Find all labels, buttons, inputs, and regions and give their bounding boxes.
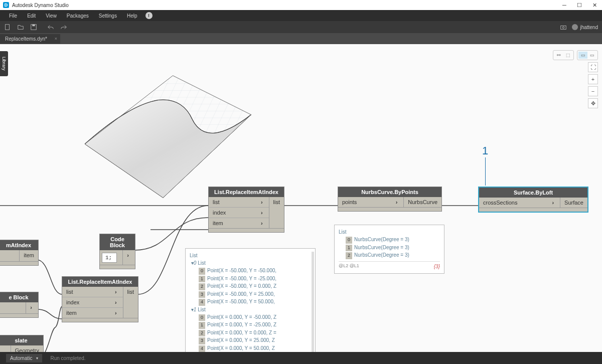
zoom-controls: ⛶ + − ✥ <box>588 62 598 108</box>
user-name: jhattend <box>580 25 598 30</box>
pan-button[interactable]: ✥ <box>588 98 598 108</box>
library-panel-toggle[interactable]: Library <box>0 51 8 76</box>
file-tab-bar: ReplaceItems.dyn* × <box>0 33 602 44</box>
node-title: mAtIndex <box>0 240 38 250</box>
viewport-3d-icon[interactable]: ⬚ <box>563 52 572 59</box>
watch-count: {3} <box>434 263 440 270</box>
node-item-at-index-partial[interactable]: mAtIndex item <box>0 240 39 266</box>
close-tab-icon[interactable]: × <box>55 36 57 41</box>
menu-edit[interactable]: Edit <box>22 13 41 19</box>
dynamo-logo-icon: D <box>3 2 9 8</box>
surface-preview <box>65 54 261 205</box>
scrollbar[interactable] <box>312 252 314 352</box>
avatar-icon <box>572 24 578 30</box>
viewport-link-icon[interactable]: ⚯ <box>554 52 563 59</box>
viewport-mode-group: ⚯ ⬚ ▭ ▭ <box>553 50 598 60</box>
close-button[interactable]: ✕ <box>587 0 602 10</box>
node-title: NurbsCurve.ByPoints <box>338 187 441 197</box>
watch-levels: @L2 @L1 <box>339 263 359 270</box>
minimize-button[interactable]: ─ <box>557 0 572 10</box>
svg-point-4 <box>563 27 565 29</box>
undo-icon[interactable] <box>47 24 54 31</box>
menu-view[interactable]: View <box>41 13 62 19</box>
svg-rect-0 <box>6 25 10 30</box>
node-title: Surface.ByLoft <box>479 188 587 198</box>
menu-help[interactable]: Help <box>122 13 142 19</box>
zoom-out-button[interactable]: − <box>588 86 598 96</box>
viewport-background-icon[interactable]: ▭ <box>587 52 596 59</box>
menu-packages[interactable]: Packages <box>62 13 94 19</box>
user-badge[interactable]: jhattend <box>572 24 598 30</box>
new-file-icon[interactable] <box>4 24 11 31</box>
fit-view-button[interactable]: ⛶ <box>588 62 598 72</box>
node-translate-partial[interactable]: slate Geometry <box>0 335 44 352</box>
status-bar: Automatic ▾ Run completed. <box>0 352 602 364</box>
app-title: Autodesk Dynamo Studio <box>12 3 69 8</box>
menu-bar: File Edit View Packages Settings Help ! <box>0 10 602 21</box>
maximize-button[interactable]: ☐ <box>572 0 587 10</box>
zoom-in-button[interactable]: + <box>588 74 598 84</box>
node-title: List.ReplaceItemAtIndex <box>62 277 138 287</box>
watch-points[interactable]: List ▾0 List0Point(X = -50.000, Y = -50.… <box>185 248 316 352</box>
node-nurbs-curve[interactable]: NurbsCurve.ByPoints points› NurbsCurve <box>338 187 442 212</box>
svg-rect-2 <box>32 25 35 27</box>
run-mode-dropdown[interactable]: Automatic ▾ <box>6 354 42 362</box>
menu-settings[interactable]: Settings <box>94 13 122 19</box>
run-status: Run completed. <box>50 355 85 361</box>
node-title: Code Block <box>100 234 135 250</box>
caret-down-icon: ▾ <box>36 356 38 360</box>
file-tab-label: ReplaceItems.dyn* <box>5 36 47 42</box>
redo-icon[interactable] <box>60 24 67 31</box>
watch-curves[interactable]: List 0NurbsCurve(Degree = 3)1NurbsCurve(… <box>334 225 444 274</box>
file-tab-active[interactable]: ReplaceItems.dyn* × <box>0 34 60 44</box>
save-icon[interactable] <box>30 24 37 31</box>
viewport-graph-icon[interactable]: ▭ <box>578 52 587 59</box>
open-file-icon[interactable] <box>17 24 24 31</box>
node-surface-loft[interactable]: Surface.ByLoft crossSections› Surface <box>478 187 588 213</box>
annotation-label: 1 <box>482 144 488 157</box>
annotation-leader <box>485 157 486 186</box>
node-code-block[interactable]: Code Block 1; › <box>99 234 135 269</box>
code-block-input[interactable]: 1; <box>102 253 117 263</box>
svg-rect-3 <box>561 26 566 29</box>
node-list-replace-main[interactable]: List.ReplaceItemAtIndex list› index› ite… <box>208 187 284 233</box>
node-title: slate <box>0 335 43 345</box>
canvas-workspace[interactable]: Library ⚯ ⬚ ▭ ▭ ⛶ + − ✥ <box>0 44 602 352</box>
title-bar: D Autodesk Dynamo Studio ─ ☐ ✕ <box>0 0 602 10</box>
node-list-replace-small[interactable]: List.ReplaceItemAtIndex list› index› ite… <box>62 276 138 322</box>
toolbar: jhattend <box>0 21 602 33</box>
info-icon[interactable]: ! <box>145 12 153 19</box>
node-title: e Block <box>0 292 38 302</box>
node-title: List.ReplaceItemAtIndex <box>209 187 284 197</box>
node-code-block-partial[interactable]: e Block › <box>0 292 39 318</box>
camera-icon[interactable] <box>560 24 567 31</box>
menu-file[interactable]: File <box>4 13 22 19</box>
